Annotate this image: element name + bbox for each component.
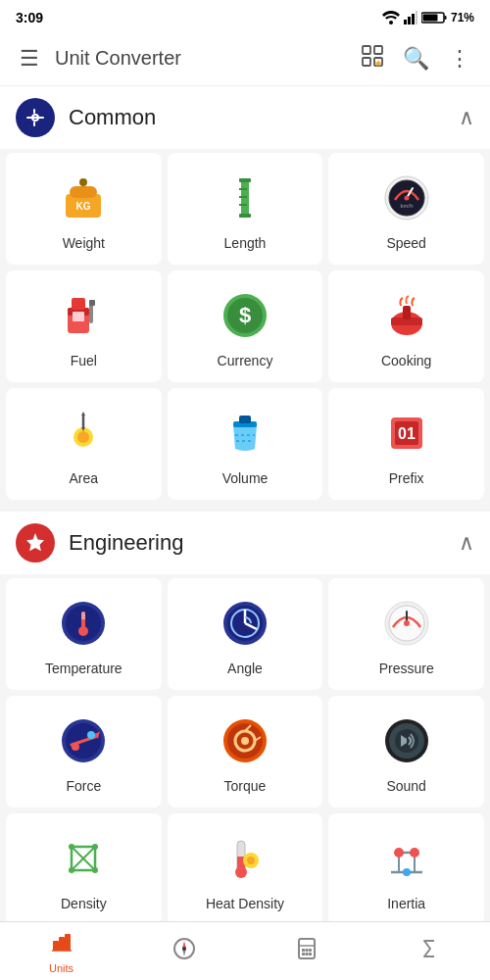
more-icon[interactable]: ⋮ (441, 38, 478, 79)
speed-icon: km/h (379, 171, 434, 225)
svg-point-92 (235, 866, 247, 878)
sound-icon (379, 713, 434, 768)
weight-label: Weight (63, 235, 105, 251)
heat-density-icon (218, 831, 272, 886)
density-label: Density (61, 896, 107, 911)
engineering-collapse-icon[interactable]: ∧ (459, 530, 474, 556)
status-bar: 3:09 71% (0, 0, 490, 31)
prefix-icon: 01 (379, 406, 434, 461)
svg-rect-117 (309, 953, 312, 956)
search-icon[interactable]: 🔍 (395, 38, 437, 79)
battery-icon (421, 11, 447, 24)
angle-icon (218, 596, 272, 651)
svg-point-85 (69, 844, 74, 850)
svg-point-19 (79, 178, 87, 186)
svg-rect-115 (302, 953, 305, 956)
inertia-icon (379, 831, 434, 886)
svg-rect-116 (305, 953, 308, 956)
svg-rect-36 (72, 298, 85, 310)
engineering-grid-section: Temperature Angle (0, 574, 490, 921)
svg-point-44 (77, 431, 89, 443)
prefix-item[interactable]: 01 Prefix (328, 388, 484, 500)
area-item[interactable]: Area (6, 388, 162, 500)
pressure-item[interactable]: Pressure (328, 578, 484, 690)
nav-calculator[interactable] (245, 936, 368, 967)
svg-point-101 (403, 868, 411, 876)
svg-rect-6 (444, 16, 446, 20)
svg-rect-1 (404, 20, 407, 24)
svg-point-0 (389, 21, 393, 24)
svg-point-86 (92, 844, 98, 850)
nav-compass[interactable] (122, 936, 245, 967)
svg-rect-13 (33, 109, 35, 114)
engineering-section-icon (16, 523, 55, 563)
volume-item[interactable]: Volume (168, 388, 323, 500)
svg-point-100 (410, 848, 419, 858)
fuel-item[interactable]: Fuel (6, 270, 162, 382)
svg-point-88 (92, 867, 98, 873)
main-content: Common ∧ KG Weight (0, 86, 490, 921)
currency-item[interactable]: $ Currency (168, 270, 323, 382)
svg-rect-17 (70, 186, 97, 198)
svg-rect-3 (412, 14, 415, 24)
engineering-section-header: Engineering ∧ (0, 512, 490, 574)
svg-rect-103 (59, 937, 65, 951)
engineering-grid: Temperature Angle (6, 578, 484, 921)
svg-rect-21 (239, 178, 251, 182)
app-bar-actions: 🔍 ⋮ (354, 37, 478, 79)
fuel-icon (56, 288, 111, 343)
svg-rect-4 (416, 11, 417, 24)
heat-density-label: Heat Density (206, 896, 284, 911)
svg-rect-104 (65, 934, 71, 951)
cooking-item[interactable]: Cooking (328, 270, 484, 382)
svg-point-71 (72, 743, 79, 751)
area-icon (56, 406, 111, 461)
svg-rect-57 (81, 619, 85, 631)
svg-rect-34 (89, 304, 93, 323)
length-item[interactable]: Length (168, 153, 323, 265)
sigma-nav-icon (416, 936, 442, 967)
length-icon (218, 171, 272, 225)
speed-item[interactable]: km/h Speed (328, 153, 484, 265)
svg-text:KG: KG (76, 201, 91, 212)
svg-rect-112 (302, 949, 305, 952)
menu-icon[interactable]: ☰ (12, 38, 47, 79)
svg-point-99 (394, 848, 404, 858)
pressure-icon (379, 596, 434, 651)
temperature-icon (56, 596, 111, 651)
svg-point-72 (87, 731, 95, 739)
angle-item[interactable]: Angle (168, 578, 323, 690)
speed-label: Speed (386, 235, 425, 251)
svg-rect-114 (309, 949, 312, 952)
units-nav-label: Units (49, 962, 74, 974)
nav-sigma[interactable] (368, 936, 490, 967)
weight-item[interactable]: KG Weight (6, 153, 162, 265)
common-section-header: Common ∧ (0, 86, 490, 149)
fuel-label: Fuel (71, 353, 97, 368)
force-label: Force (66, 778, 101, 794)
common-collapse-icon[interactable]: ∧ (459, 105, 474, 130)
svg-rect-23 (239, 188, 247, 190)
favorites-grid-icon[interactable] (354, 37, 391, 79)
prefix-label: Prefix (389, 470, 424, 486)
app-bar: ☰ Unit Converter 🔍 ⋮ (0, 31, 490, 86)
density-item[interactable]: Density (6, 813, 162, 921)
force-item[interactable]: Force (6, 696, 162, 808)
volume-label: Volume (222, 470, 269, 486)
torque-label: Torque (224, 778, 267, 794)
nav-units[interactable]: Units (0, 929, 122, 974)
weight-icon: KG (56, 171, 111, 225)
status-icons: 71% (382, 11, 474, 24)
inertia-item[interactable]: Inertia (328, 813, 484, 921)
svg-text:km/h: km/h (400, 203, 413, 209)
torque-item[interactable]: Torque (168, 696, 323, 808)
sound-item[interactable]: Sound (328, 696, 484, 808)
angle-label: Angle (227, 661, 263, 676)
cooking-icon (379, 288, 434, 343)
common-grid-section: KG Weight L (0, 149, 490, 508)
temperature-item[interactable]: Temperature (6, 578, 162, 690)
heat-density-item[interactable]: Heat Density (168, 813, 323, 921)
svg-rect-9 (374, 46, 382, 54)
engineering-section-title: Engineering (69, 530, 183, 556)
app-title: Unit Converter (55, 47, 354, 70)
